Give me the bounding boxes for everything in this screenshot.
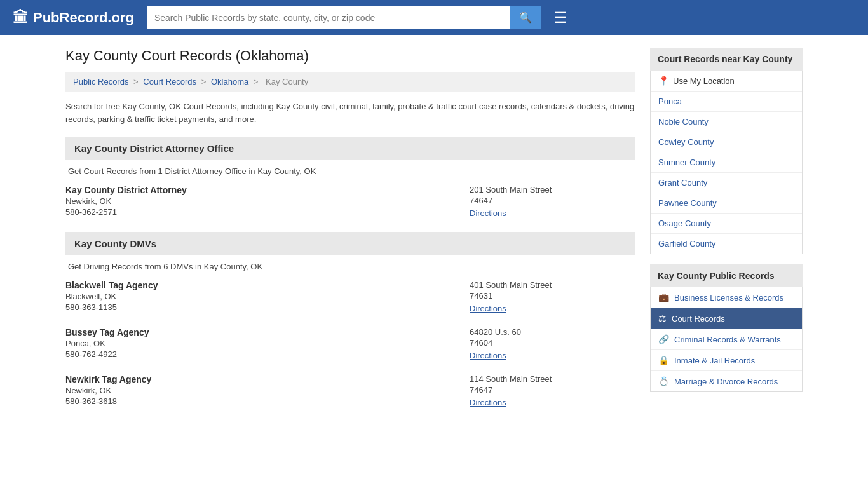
- sidebar-records-list: 💼 Business Licenses & Records ⚖ Court Re…: [650, 287, 803, 392]
- listing-address-da: 201 South Main Street: [470, 185, 635, 194]
- listing-name-dmv-2: Bussey Tag Agency: [65, 327, 444, 337]
- section-desc-da: Get Court Records from 1 District Attorn…: [65, 166, 635, 176]
- listing-right-dmv-1: 401 South Main Street 74631 Directions: [470, 280, 635, 315]
- breadcrumb-sep-1: >: [133, 77, 140, 86]
- menu-button[interactable]: ☰: [553, 10, 567, 25]
- sidebar-record-criminal-label: Criminal Records & Warrants: [674, 335, 781, 344]
- search-icon: 🔍: [519, 12, 532, 23]
- directions-link-da[interactable]: Directions: [470, 208, 506, 218]
- directions-link-dmv-3[interactable]: Directions: [470, 398, 506, 407]
- sidebar-item-cowley-county[interactable]: Cowley County: [651, 132, 802, 152]
- listing-right-dmv-3: 114 South Main Street 74647 Directions: [470, 374, 635, 409]
- sidebar-record-business-label: Business Licenses & Records: [674, 293, 783, 302]
- listing-name-dmv-3: Newkirk Tag Agency: [65, 374, 444, 384]
- sidebar-nearby-header: Court Records near Kay County: [650, 48, 803, 71]
- sidebar: Court Records near Kay County 📍 Use My L…: [650, 48, 803, 421]
- criminal-icon: 🔗: [658, 334, 669, 344]
- sidebar-item-ponca-label: Ponca: [658, 97, 682, 106]
- listing-dmv-2: Bussey Tag Agency Ponca, OK 580-762-4922…: [65, 327, 635, 362]
- search-button[interactable]: 🔍: [510, 6, 541, 29]
- site-header: 🏛 PubRecord.org 🔍 ☰: [0, 0, 868, 35]
- listing-city-dmv-2: Ponca, OK: [65, 339, 444, 348]
- breadcrumb-sep-3: >: [254, 77, 261, 86]
- logo-text: PubRecord.org: [33, 10, 134, 26]
- sidebar-record-marriage-divorce[interactable]: 💍 Marriage & Divorce Records: [651, 371, 802, 391]
- sidebar-item-osage-county-label: Osage County: [658, 219, 711, 228]
- listing-phone-dmv-1: 580-363-1135: [65, 302, 444, 312]
- sidebar-nearby-list: 📍 Use My Location Ponca Noble County Cow…: [650, 71, 803, 254]
- sidebar-item-noble-county-label: Noble County: [658, 117, 709, 126]
- section-header-dmv: Kay County DMVs: [65, 232, 635, 255]
- page-title: Kay County Court Records (Oklahoma): [65, 48, 635, 64]
- sidebar-item-garfield-county-label: Garfield County: [658, 239, 715, 248]
- sidebar-item-sumner-county[interactable]: Sumner County: [651, 152, 802, 173]
- location-icon: 📍: [658, 76, 669, 86]
- sidebar-item-ponca[interactable]: Ponca: [651, 92, 802, 112]
- breadcrumb: Public Records > Court Records > Oklahom…: [65, 72, 635, 92]
- listing-name-da: Kay County District Attorney: [65, 185, 444, 195]
- sidebar-item-grant-county[interactable]: Grant County: [651, 173, 802, 193]
- sidebar-record-court-label: Court Records: [672, 314, 725, 323]
- listing-left-dmv-3: Newkirk Tag Agency Newkirk, OK 580-362-3…: [65, 374, 444, 409]
- listing-dmv-3: Newkirk Tag Agency Newkirk, OK 580-362-3…: [65, 374, 635, 409]
- logo[interactable]: 🏛 PubRecord.org: [13, 9, 134, 27]
- use-location-label: Use My Location: [673, 76, 735, 86]
- listing-left-da: Kay County District Attorney Newkirk, OK…: [65, 185, 444, 219]
- sidebar-record-inmate-label: Inmate & Jail Records: [674, 356, 755, 365]
- sidebar-record-business-licenses[interactable]: 💼 Business Licenses & Records: [651, 287, 802, 308]
- section-desc-dmv: Get Driving Records from 6 DMVs in Kay C…: [65, 262, 635, 271]
- sidebar-item-grant-county-label: Grant County: [658, 178, 707, 187]
- listing-row-dmv-3: Newkirk Tag Agency Newkirk, OK 580-362-3…: [65, 374, 635, 409]
- listing-right-dmv-2: 64820 U.s. 60 74604 Directions: [470, 327, 635, 362]
- listing-zip-da: 74647: [470, 196, 635, 205]
- sidebar-record-inmate-jail[interactable]: 🔒 Inmate & Jail Records: [651, 350, 802, 371]
- inmate-icon: 🔒: [658, 355, 669, 365]
- sidebar-use-location[interactable]: 📍 Use My Location: [651, 71, 802, 92]
- main-container: Kay County Court Records (Oklahoma) Publ…: [53, 35, 815, 434]
- breadcrumb-oklahoma[interactable]: Oklahoma: [211, 77, 248, 86]
- directions-link-dmv-2[interactable]: Directions: [470, 351, 506, 360]
- listing-address-dmv-3: 114 South Main Street: [470, 374, 635, 384]
- sidebar-item-cowley-county-label: Cowley County: [658, 137, 714, 147]
- sidebar-item-pawnee-county-label: Pawnee County: [658, 198, 717, 208]
- listing-row-da: Kay County District Attorney Newkirk, OK…: [65, 185, 635, 219]
- listing-address-dmv-1: 401 South Main Street: [470, 280, 635, 290]
- listing-city-dmv-3: Newkirk, OK: [65, 386, 444, 395]
- search-input[interactable]: [147, 6, 510, 29]
- sidebar-record-marriage-label: Marriage & Divorce Records: [674, 377, 778, 386]
- listing-left-dmv-2: Bussey Tag Agency Ponca, OK 580-762-4922: [65, 327, 444, 362]
- sidebar-item-pawnee-county[interactable]: Pawnee County: [651, 193, 802, 214]
- listing-row-dmv-1: Blackwell Tag Agency Blackwell, OK 580-3…: [65, 280, 635, 315]
- section-header-da: Kay County District Attorney Office: [65, 137, 635, 160]
- listing-phone-dmv-2: 580-762-4922: [65, 349, 444, 359]
- business-icon: 💼: [658, 292, 669, 302]
- listing-address-dmv-2: 64820 U.s. 60: [470, 327, 635, 337]
- listing-zip-dmv-2: 74604: [470, 338, 635, 348]
- listing-phone-da: 580-362-2571: [65, 207, 444, 217]
- breadcrumb-kay-county: Kay County: [266, 77, 308, 86]
- sidebar-item-osage-county[interactable]: Osage County: [651, 214, 802, 234]
- marriage-icon: 💍: [658, 376, 669, 386]
- sidebar-item-sumner-county-label: Sumner County: [658, 158, 715, 167]
- listing-city-dmv-1: Blackwell, OK: [65, 292, 444, 301]
- listing-left-dmv-1: Blackwell Tag Agency Blackwell, OK 580-3…: [65, 280, 444, 315]
- breadcrumb-public-records[interactable]: Public Records: [73, 77, 128, 86]
- listing-city-da: Newkirk, OK: [65, 196, 444, 206]
- directions-link-dmv-1[interactable]: Directions: [470, 304, 506, 313]
- listing-phone-dmv-3: 580-362-3618: [65, 396, 444, 406]
- sidebar-record-criminal-records[interactable]: 🔗 Criminal Records & Warrants: [651, 329, 802, 350]
- breadcrumb-court-records[interactable]: Court Records: [143, 77, 196, 86]
- menu-icon: ☰: [553, 9, 567, 26]
- breadcrumb-sep-2: >: [201, 77, 208, 86]
- sidebar-item-garfield-county[interactable]: Garfield County: [651, 234, 802, 254]
- listing-right-da: 201 South Main Street 74647 Directions: [470, 185, 635, 219]
- search-area: 🔍: [147, 6, 541, 29]
- listing-da: Kay County District Attorney Newkirk, OK…: [65, 185, 635, 219]
- listing-row-dmv-2: Bussey Tag Agency Ponca, OK 580-762-4922…: [65, 327, 635, 362]
- sidebar-record-court-records[interactable]: ⚖ Court Records: [651, 308, 802, 329]
- intro-text: Search for free Kay County, OK Court Rec…: [65, 100, 635, 125]
- listing-dmv-1: Blackwell Tag Agency Blackwell, OK 580-3…: [65, 280, 635, 315]
- sidebar-public-records-header: Kay County Public Records: [650, 264, 803, 287]
- court-icon: ⚖: [658, 313, 667, 323]
- sidebar-item-noble-county[interactable]: Noble County: [651, 112, 802, 132]
